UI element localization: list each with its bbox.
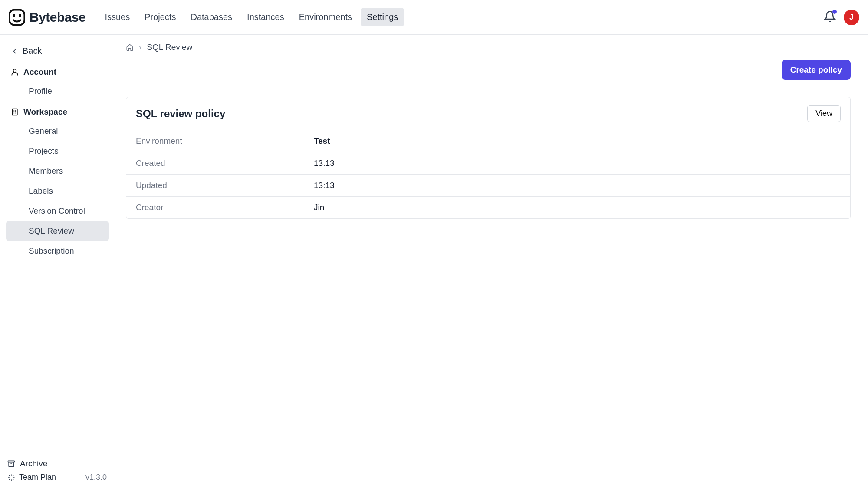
page-actions: Create policy xyxy=(126,60,851,80)
nav-issues[interactable]: Issues xyxy=(99,8,136,26)
section-title: Workspace xyxy=(23,107,67,117)
chevron-right-icon: › xyxy=(139,43,141,52)
policy-header: SQL review policy View xyxy=(126,97,850,130)
sidebar-item-profile[interactable]: Profile xyxy=(6,81,108,101)
policy-card: SQL review policy View Environment Test … xyxy=(126,97,851,219)
policy-row-environment: Environment Test xyxy=(126,130,850,152)
notification-dot-icon xyxy=(832,10,837,14)
sparkle-icon xyxy=(7,473,16,482)
archive-icon xyxy=(7,459,16,468)
sidebar-item-version-control[interactable]: Version Control xyxy=(6,201,108,221)
archive-label: Archive xyxy=(20,459,47,468)
sidebar-item-subscription[interactable]: Subscription xyxy=(6,241,108,261)
version-label: v1.3.0 xyxy=(85,473,107,482)
detail-value: Test xyxy=(314,136,330,146)
nav-instances[interactable]: Instances xyxy=(241,8,290,26)
plan-row: Team Plan v1.3.0 xyxy=(7,473,107,482)
plan-label[interactable]: Team Plan xyxy=(19,473,56,482)
detail-label: Creator xyxy=(136,203,314,212)
sidebar-item-labels[interactable]: Labels xyxy=(6,181,108,201)
sidebar-section-workspace: Workspace xyxy=(0,101,114,121)
logo-icon xyxy=(9,9,25,26)
policy-title: SQL review policy xyxy=(136,108,225,120)
detail-label: Created xyxy=(136,158,314,168)
building-icon xyxy=(10,108,19,116)
sidebar: Back Account Profile Workspace General P… xyxy=(0,35,114,488)
breadcrumb: › SQL Review xyxy=(126,43,851,52)
home-icon[interactable] xyxy=(126,43,134,51)
nav-environments[interactable]: Environments xyxy=(293,8,358,26)
detail-value: 13:13 xyxy=(314,158,335,168)
divider xyxy=(126,89,851,89)
detail-label: Environment xyxy=(136,136,314,146)
sidebar-item-general[interactable]: General xyxy=(6,121,108,141)
svg-rect-4 xyxy=(12,109,17,115)
back-button[interactable]: Back xyxy=(0,41,114,61)
logo[interactable]: Bytebase xyxy=(9,9,85,26)
view-button[interactable]: View xyxy=(807,105,841,122)
policy-row-updated: Updated 13:13 xyxy=(126,175,850,197)
detail-value: Jin xyxy=(314,203,324,212)
main-header: Bytebase Issues Projects Databases Insta… xyxy=(0,0,868,35)
detail-label: Updated xyxy=(136,181,314,190)
body: Back Account Profile Workspace General P… xyxy=(0,35,868,488)
chevron-left-icon xyxy=(10,47,19,56)
nav-databases[interactable]: Databases xyxy=(184,8,238,26)
back-label: Back xyxy=(23,46,42,56)
notifications-button[interactable] xyxy=(824,10,836,24)
svg-rect-2 xyxy=(19,14,21,17)
policy-row-created: Created 13:13 xyxy=(126,152,850,175)
detail-value: 13:13 xyxy=(314,181,335,190)
section-title: Account xyxy=(23,67,56,77)
sidebar-section-account: Account xyxy=(0,61,114,81)
logo-text: Bytebase xyxy=(30,10,85,25)
breadcrumb-current: SQL Review xyxy=(147,43,192,52)
sidebar-item-sql-review[interactable]: SQL Review xyxy=(6,221,108,241)
main-content: › SQL Review Create policy SQL review po… xyxy=(114,35,868,488)
nav-settings[interactable]: Settings xyxy=(361,8,404,26)
create-policy-button[interactable]: Create policy xyxy=(782,60,851,80)
sidebar-item-members[interactable]: Members xyxy=(6,161,108,181)
user-icon xyxy=(10,68,19,76)
nav-projects[interactable]: Projects xyxy=(138,8,182,26)
svg-rect-5 xyxy=(8,461,15,462)
header-right: J xyxy=(824,10,859,25)
svg-rect-1 xyxy=(13,14,15,17)
archive-link[interactable]: Archive xyxy=(7,459,107,468)
sidebar-footer: Archive Team Plan v1.3.0 xyxy=(0,455,114,488)
policy-row-creator: Creator Jin xyxy=(126,197,850,218)
main-nav: Issues Projects Databases Instances Envi… xyxy=(99,8,404,26)
avatar[interactable]: J xyxy=(844,10,859,25)
svg-point-3 xyxy=(13,69,16,72)
sidebar-item-projects[interactable]: Projects xyxy=(6,141,108,161)
svg-rect-0 xyxy=(10,10,25,25)
